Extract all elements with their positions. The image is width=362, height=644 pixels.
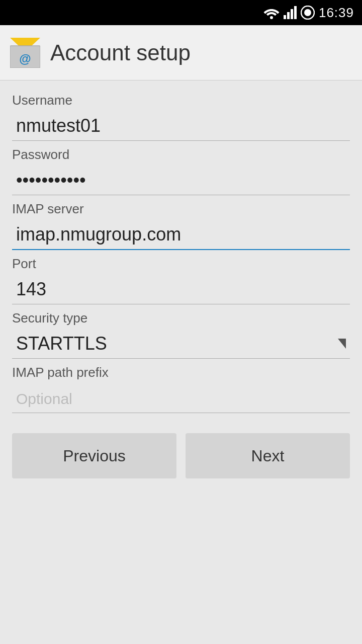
app-header: @ Account setup [0, 25, 362, 80]
imap-server-label: IMAP server [12, 201, 350, 217]
previous-button[interactable]: Previous [12, 433, 176, 478]
password-group: Password [12, 147, 350, 195]
button-row: Previous Next [12, 433, 350, 478]
status-icons: 16:39 [263, 5, 354, 21]
imap-server-input[interactable] [12, 221, 350, 250]
signal-icon [284, 6, 297, 19]
username-input[interactable] [12, 112, 350, 141]
wifi-icon [263, 6, 280, 19]
circle-icon [301, 6, 315, 20]
imap-path-prefix-input[interactable] [12, 384, 350, 413]
svg-rect-2 [287, 12, 290, 19]
password-label: Password [12, 147, 350, 163]
next-button[interactable]: Next [186, 433, 350, 478]
page-title: Account setup [50, 40, 191, 65]
password-input[interactable] [12, 167, 350, 195]
email-icon: @ [10, 38, 40, 68]
security-type-group: Security type STARTTLS [12, 310, 350, 359]
port-label: Port [12, 256, 350, 272]
svg-point-0 [270, 16, 273, 19]
security-type-label: Security type [12, 310, 350, 326]
imap-path-prefix-group: IMAP path prefix [12, 365, 350, 413]
port-group: Port [12, 256, 350, 304]
username-group: Username [12, 93, 350, 141]
chevron-down-icon [338, 339, 346, 349]
status-time: 16:39 [319, 5, 354, 21]
status-bar: 16:39 [0, 0, 362, 25]
form-content: Username Password IMAP server Port Secur… [0, 80, 362, 478]
imap-server-group: IMAP server [12, 201, 350, 250]
svg-text:@: @ [19, 52, 31, 65]
username-label: Username [12, 93, 350, 108]
security-type-value: STARTTLS [16, 333, 107, 354]
port-input[interactable] [12, 276, 350, 304]
svg-rect-4 [294, 6, 297, 19]
security-type-dropdown[interactable]: STARTTLS [12, 330, 350, 359]
svg-rect-1 [284, 15, 286, 19]
svg-rect-3 [291, 9, 293, 19]
svg-point-6 [304, 9, 311, 16]
imap-path-prefix-label: IMAP path prefix [12, 365, 350, 380]
